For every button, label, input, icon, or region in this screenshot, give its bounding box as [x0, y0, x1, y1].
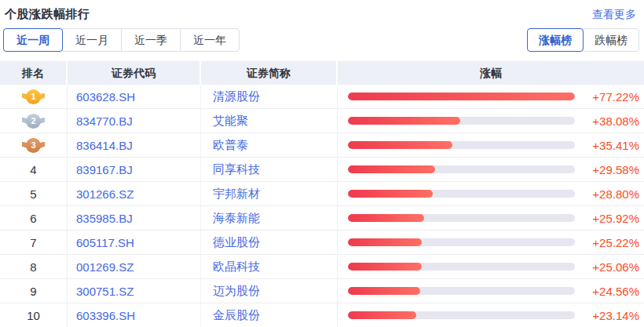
change-value: +23.14%	[575, 309, 639, 322]
change-value: +28.80%	[575, 187, 639, 201]
stock-name-link[interactable]: 欧晶科技	[201, 255, 338, 278]
change-value: +24.56%	[575, 285, 639, 298]
change-bar-track	[348, 165, 575, 173]
change-bar-track	[348, 117, 575, 125]
stock-code-link[interactable]: 301266.SZ	[68, 182, 201, 205]
column-header: 涨幅	[338, 61, 644, 85]
page-title: 个股涨跌幅排行	[5, 7, 90, 22]
change-bar-fill	[348, 117, 460, 125]
controls-row: 近一周近一月近一季近一年 涨幅榜跌幅榜	[0, 22, 644, 52]
tab-ranktype-涨幅榜[interactable]: 涨幅榜	[527, 28, 584, 52]
rank-cell: 10	[0, 303, 68, 327]
change-cell: +35.41%	[338, 133, 644, 157]
view-more-link[interactable]: 查看更多	[592, 8, 636, 22]
stock-ranking-widget: 个股涨跌幅排行 查看更多 近一周近一月近一季近一年 涨幅榜跌幅榜 排名证券代码证…	[0, 0, 644, 327]
tab-period-近一月[interactable]: 近一月	[62, 28, 122, 52]
change-cell: +29.58%	[338, 158, 644, 181]
change-bar-track	[348, 238, 575, 246]
rank-cell: 3	[0, 133, 68, 157]
table-row[interactable]: 1603628.SH清源股份+77.22%	[0, 85, 644, 109]
stock-code-link[interactable]: 836414.BJ	[68, 133, 201, 157]
tab-period-近一周[interactable]: 近一周	[3, 28, 63, 52]
stock-name-link[interactable]: 海泰新能	[201, 206, 338, 230]
stock-name-link[interactable]: 德业股份	[201, 231, 338, 254]
rank-cell: 7	[0, 231, 68, 254]
change-bar-track	[348, 190, 575, 198]
change-bar-fill	[348, 238, 422, 246]
change-bar-track	[348, 311, 575, 319]
stock-name-link[interactable]: 迈为股份	[201, 279, 338, 303]
stock-name-link[interactable]: 欧普泰	[201, 133, 338, 157]
rank-cell: 2	[0, 109, 68, 133]
top-bar: 个股涨跌幅排行 查看更多	[0, 0, 644, 22]
change-cell: +38.08%	[338, 109, 644, 133]
table-row[interactable]: 8001269.SZ欧晶科技+25.06%	[0, 255, 644, 279]
table-row[interactable]: 7605117.SH德业股份+25.22%	[0, 231, 644, 255]
stock-code-link[interactable]: 300751.SZ	[68, 279, 201, 303]
table-row[interactable]: 9300751.SZ迈为股份+24.56%	[0, 279, 644, 303]
rank-cell: 4	[0, 158, 68, 181]
stock-code-link[interactable]: 605117.SH	[68, 231, 201, 254]
table-row[interactable]: 6835985.BJ海泰新能+25.92%	[0, 206, 644, 231]
stock-name-link[interactable]: 清源股份	[201, 85, 338, 108]
change-value: +25.06%	[575, 260, 639, 274]
bronze-medal-icon: 3	[26, 138, 41, 153]
change-bar-fill	[348, 287, 420, 295]
change-cell: +25.06%	[338, 255, 644, 278]
stock-name-link[interactable]: 同享科技	[201, 158, 338, 181]
change-cell: +24.56%	[338, 279, 644, 303]
tab-ranktype-跌幅榜[interactable]: 跌幅榜	[583, 28, 639, 52]
stock-code-link[interactable]: 835985.BJ	[68, 206, 201, 230]
table-row[interactable]: 10603396.SH金辰股份+23.14%	[0, 303, 644, 327]
tab-period-近一年[interactable]: 近一年	[180, 28, 240, 52]
rank-cell: 5	[0, 182, 68, 205]
table-row[interactable]: 3836414.BJ欧普泰+35.41%	[0, 133, 644, 158]
change-cell: +25.22%	[338, 231, 644, 254]
stock-code-link[interactable]: 839167.BJ	[68, 158, 201, 181]
column-header: 证券代码	[68, 61, 201, 85]
column-header: 排名	[0, 61, 68, 85]
change-bar-fill	[348, 141, 452, 149]
stock-name-link[interactable]: 金辰股份	[201, 303, 338, 327]
change-value: +38.08%	[575, 114, 639, 128]
change-bar-fill	[348, 93, 575, 100]
change-cell: +23.14%	[338, 303, 644, 327]
change-value: +77.22%	[575, 90, 639, 104]
column-header: 证券简称	[201, 61, 338, 85]
tab-period-近一季[interactable]: 近一季	[121, 28, 181, 52]
change-bar-fill	[348, 311, 416, 319]
stock-code-link[interactable]: 603628.SH	[68, 85, 201, 108]
stock-name-link[interactable]: 宇邦新材	[201, 182, 338, 205]
stock-name-link[interactable]: 艾能聚	[201, 109, 338, 133]
change-value: +25.22%	[575, 236, 639, 249]
change-cell: +25.92%	[338, 206, 644, 230]
table-body: 1603628.SH清源股份+77.22%2834770.BJ艾能聚+38.08…	[0, 85, 644, 327]
change-cell: +77.22%	[338, 85, 644, 108]
rank-cell: 8	[0, 255, 68, 278]
change-value: +35.41%	[575, 139, 639, 152]
rank-cell: 1	[0, 85, 68, 108]
change-bar-track	[348, 287, 575, 295]
table-row[interactable]: 4839167.BJ同享科技+29.58%	[0, 158, 644, 182]
stock-code-link[interactable]: 001269.SZ	[68, 255, 201, 278]
rank-cell: 6	[0, 206, 68, 230]
change-bar-track	[348, 214, 575, 222]
stock-code-link[interactable]: 834770.BJ	[68, 109, 201, 133]
change-value: +25.92%	[575, 212, 639, 225]
stock-code-link[interactable]: 603396.SH	[68, 303, 201, 327]
change-bar-track	[348, 141, 575, 149]
period-tab-group: 近一周近一月近一季近一年	[3, 28, 240, 52]
rank-cell: 9	[0, 279, 68, 303]
change-bar-fill	[348, 214, 424, 222]
change-cell: +28.80%	[338, 182, 644, 205]
change-bar-fill	[348, 263, 422, 271]
table-header-row: 排名证券代码证券简称涨幅	[0, 61, 644, 85]
table-row[interactable]: 2834770.BJ艾能聚+38.08%	[0, 109, 644, 133]
change-bar-track	[348, 93, 575, 100]
silver-medal-icon: 2	[26, 114, 41, 129]
change-bar-fill	[348, 190, 433, 198]
rank-type-tab-group: 涨幅榜跌幅榜	[527, 28, 639, 52]
change-value: +29.58%	[575, 163, 639, 176]
change-bar-fill	[348, 165, 435, 173]
table-row[interactable]: 5301266.SZ宇邦新材+28.80%	[0, 182, 644, 206]
